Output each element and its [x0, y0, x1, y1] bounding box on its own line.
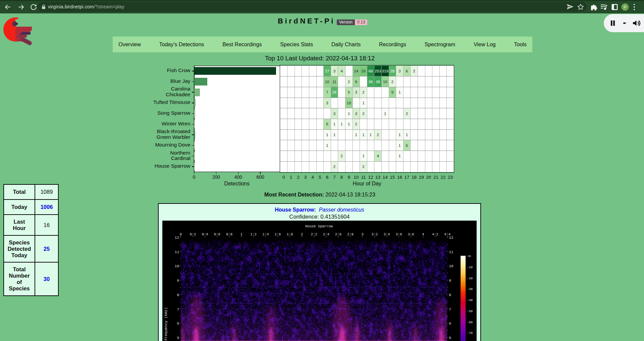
svg-text:0:6: 0:6 [214, 232, 220, 236]
svg-text:-60: -60 [467, 320, 473, 324]
svg-text:4: 4 [422, 232, 424, 236]
svg-text:11: 11 [174, 250, 179, 254]
svg-text:-70: -70 [467, 331, 473, 335]
svg-text:5: 5 [177, 336, 179, 340]
svg-text:3:6: 3:6 [395, 232, 402, 236]
svg-text:0:8: 0:8 [226, 232, 232, 236]
svg-text:10: 10 [449, 264, 453, 268]
svg-text:3:8: 3:8 [408, 232, 414, 236]
svg-text:3:2: 3:2 [371, 232, 378, 236]
svg-text:1: 1 [240, 232, 242, 236]
svg-text:-40: -40 [467, 298, 473, 302]
svg-text:5: 5 [449, 336, 451, 340]
svg-text:1:8: 1:8 [286, 232, 293, 236]
svg-text:6: 6 [449, 322, 451, 326]
svg-text:+0: +0 [467, 254, 471, 258]
svg-text:4:2: 4:2 [432, 232, 438, 236]
svg-text:7: 7 [177, 307, 179, 311]
svg-text:3:4: 3:4 [383, 232, 390, 236]
svg-text:1:2: 1:2 [250, 232, 257, 236]
svg-text:P: P [624, 5, 626, 10]
svg-text:12: 12 [449, 236, 453, 240]
svg-text:9: 9 [449, 279, 451, 283]
svg-text:-30: -30 [467, 287, 473, 291]
svg-text:0:2: 0:2 [190, 232, 196, 236]
svg-text:0:4: 0:4 [202, 232, 208, 236]
svg-text:0: 0 [179, 232, 181, 236]
svg-text:-20: -20 [467, 276, 473, 280]
svg-text:8: 8 [177, 293, 179, 297]
svg-text:2:4: 2:4 [323, 232, 329, 236]
svg-text:11: 11 [449, 250, 453, 254]
svg-text:-50: -50 [467, 309, 473, 313]
svg-text:12: 12 [174, 236, 179, 240]
svg-text:8: 8 [449, 293, 451, 297]
svg-text:2: 2 [301, 232, 303, 236]
svg-text:2:2: 2:2 [311, 232, 317, 236]
svg-text:House Sparrow: House Sparrow [305, 224, 333, 228]
svg-text:1:4: 1:4 [262, 232, 269, 236]
svg-text:2:8: 2:8 [347, 232, 354, 236]
svg-text:10: 10 [174, 264, 179, 268]
svg-text:3: 3 [361, 232, 363, 236]
svg-text:2:6: 2:6 [335, 232, 341, 236]
svg-text:1:6: 1:6 [274, 232, 281, 236]
svg-text:9: 9 [177, 279, 179, 283]
svg-text:7: 7 [449, 307, 451, 311]
svg-text:-10: -10 [467, 266, 473, 269]
svg-text:6: 6 [177, 322, 179, 326]
svg-text:Frequency (kHz): Frequency (kHz) [164, 307, 168, 340]
